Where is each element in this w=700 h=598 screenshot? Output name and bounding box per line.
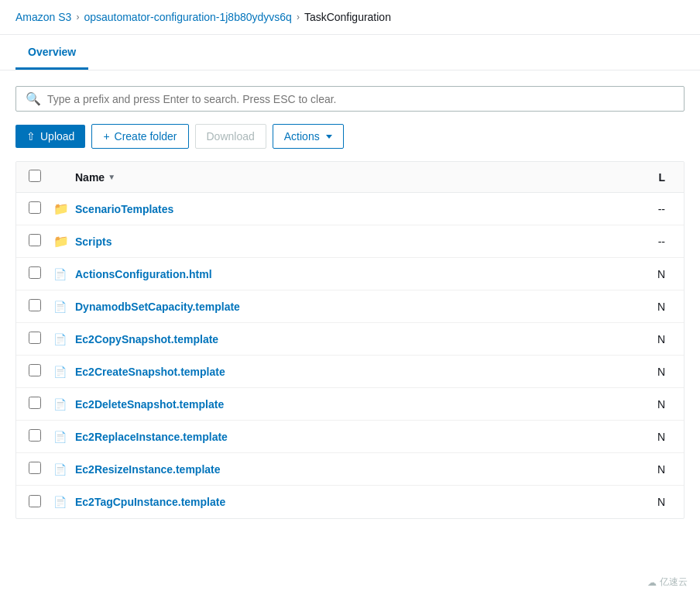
table-row: 📄 Ec2CreateSnapshot.template N — [16, 356, 684, 388]
header-checkbox-col — [29, 170, 53, 184]
upload-button[interactable]: ⇧ Upload — [15, 125, 85, 148]
item-name-link[interactable]: ScenarioTemplates — [75, 203, 173, 215]
row-icon-col: 📄 — [53, 301, 75, 313]
row-last-col: N — [634, 398, 665, 411]
table-row: 📄 Ec2DeleteSnapshot.template N — [16, 388, 684, 421]
plus-icon: + — [103, 130, 109, 143]
row-icon-col: 📄 — [53, 398, 75, 411]
folder-icon: 📁 — [53, 202, 69, 215]
row-icon-col: 📄 — [53, 496, 75, 508]
item-name-link[interactable]: Ec2CreateSnapshot.template — [75, 366, 225, 378]
search-bar: 🔍 — [15, 86, 685, 112]
row-checkbox-col — [29, 495, 53, 510]
folder-icon: 📁 — [53, 235, 69, 248]
row-icon-col: 📄 — [53, 366, 75, 378]
row-checkbox-col — [29, 201, 53, 216]
file-icon: 📄 — [53, 431, 67, 443]
row-checkbox-col — [29, 266, 53, 281]
table-row: 📄 Ec2ReplaceInstance.template N — [16, 421, 684, 453]
row-icon-col: 📁 — [53, 234, 75, 249]
actions-label: Actions — [284, 130, 320, 143]
row-icon-col: 📄 — [53, 268, 75, 280]
search-icon: 🔍 — [26, 91, 41, 106]
item-name-link[interactable]: Ec2TagCpuInstance.template — [75, 496, 225, 508]
row-name-col: Ec2CopySnapshot.template — [75, 333, 634, 345]
item-name-link[interactable]: Ec2ReplaceInstance.template — [75, 431, 228, 443]
row-checkbox[interactable] — [29, 429, 41, 442]
breadcrumb-bucket[interactable]: opsautomator-configuration-1j8b80ydyvs6q — [84, 11, 292, 23]
tabs-bar: Overview — [0, 35, 700, 70]
row-checkbox-col — [29, 462, 53, 476]
main-content: 🔍 ⇧ Upload + Create folder Download Acti… — [0, 70, 700, 534]
upload-label: Upload — [40, 130, 74, 143]
files-table: Name ▼ L 📁 ScenarioTemplates -- 📁 Script… — [15, 161, 685, 519]
item-name-link[interactable]: Scripts — [75, 235, 112, 248]
row-icon-col: 📄 — [53, 333, 75, 345]
header-name-col[interactable]: Name ▼ — [75, 171, 634, 184]
table-row: 📄 DynamodbSetCapacity.template N — [16, 290, 684, 323]
table-row: 📁 ScenarioTemplates -- — [16, 193, 684, 225]
row-last-col: N — [634, 496, 665, 508]
row-checkbox-col — [29, 364, 53, 379]
create-folder-button[interactable]: + Create folder — [91, 124, 188, 149]
row-checkbox[interactable] — [29, 266, 41, 279]
item-name-link[interactable]: ActionsConfiguration.html — [75, 268, 212, 280]
row-last-col: N — [634, 301, 665, 313]
row-checkbox[interactable] — [29, 234, 41, 246]
file-icon: 📄 — [53, 398, 67, 411]
file-icon: 📄 — [53, 301, 67, 313]
row-name-col: Ec2DeleteSnapshot.template — [75, 398, 634, 411]
download-button[interactable]: Download — [195, 124, 266, 149]
row-name-col: Ec2ReplaceInstance.template — [75, 431, 634, 443]
row-last-col: N — [634, 463, 665, 476]
tab-overview[interactable]: Overview — [15, 35, 88, 70]
breadcrumb-sep-1: › — [76, 12, 79, 22]
row-name-col: ActionsConfiguration.html — [75, 268, 634, 280]
row-last-col: -- — [634, 203, 665, 215]
row-name-col: Ec2CreateSnapshot.template — [75, 366, 634, 378]
table-row: 📁 Scripts -- — [16, 225, 684, 258]
header-last-col: L — [634, 171, 665, 184]
item-name-link[interactable]: Ec2CopySnapshot.template — [75, 333, 218, 345]
row-last-col: N — [634, 366, 665, 378]
table-header: Name ▼ L — [16, 162, 684, 193]
table-row: 📄 Ec2CopySnapshot.template N — [16, 323, 684, 356]
create-folder-label: Create folder — [115, 130, 177, 143]
breadcrumb-home[interactable]: Amazon S3 — [15, 11, 71, 23]
row-icon-col: 📄 — [53, 431, 75, 443]
row-last-col: -- — [634, 235, 665, 248]
row-checkbox[interactable] — [29, 462, 41, 474]
item-name-link[interactable]: DynamodbSetCapacity.template — [75, 301, 240, 313]
item-name-link[interactable]: Ec2ResizeInstance.template — [75, 463, 221, 476]
row-checkbox[interactable] — [29, 495, 41, 507]
row-name-col: DynamodbSetCapacity.template — [75, 301, 634, 313]
row-checkbox[interactable] — [29, 364, 41, 376]
upload-icon: ⇧ — [26, 130, 36, 143]
actions-button[interactable]: Actions — [273, 124, 344, 149]
item-name-link[interactable]: Ec2DeleteSnapshot.template — [75, 398, 224, 411]
search-input[interactable] — [47, 93, 674, 105]
row-checkbox[interactable] — [29, 201, 41, 214]
row-checkbox[interactable] — [29, 299, 41, 311]
file-icon: 📄 — [53, 333, 67, 345]
row-last-col: N — [634, 333, 665, 345]
file-icon: 📄 — [53, 463, 67, 476]
row-checkbox[interactable] — [29, 332, 41, 344]
select-all-checkbox[interactable] — [29, 170, 41, 182]
row-checkbox-col — [29, 397, 53, 411]
html-file-icon: 📄 — [53, 268, 67, 280]
download-label: Download — [207, 130, 255, 143]
row-last-col: N — [634, 268, 665, 280]
row-name-col: Ec2TagCpuInstance.template — [75, 496, 634, 508]
table-row: 📄 Ec2TagCpuInstance.template N — [16, 486, 684, 518]
breadcrumb-folder: TaskConfiguration — [304, 11, 391, 23]
row-name-col: Ec2ResizeInstance.template — [75, 463, 634, 476]
row-icon-col: 📄 — [53, 463, 75, 476]
row-checkbox-col — [29, 234, 53, 249]
row-checkbox[interactable] — [29, 397, 41, 409]
breadcrumb: Amazon S3 › opsautomator-configuration-1… — [0, 0, 700, 35]
file-icon: 📄 — [53, 366, 67, 378]
row-name-col: ScenarioTemplates — [75, 203, 634, 215]
chevron-down-icon — [326, 135, 332, 139]
file-icon: 📄 — [53, 496, 67, 508]
